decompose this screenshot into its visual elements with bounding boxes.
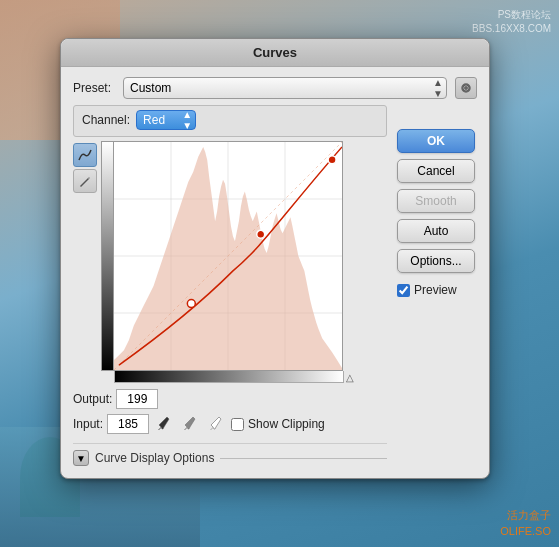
right-panel: OK Cancel Smooth Auto Options... Preview	[397, 105, 477, 470]
black-point-eyedropper-button[interactable]	[153, 413, 175, 435]
watermark-bottom: 活力盒子 OLIFE.SO	[500, 508, 551, 539]
auto-button[interactable]: Auto	[397, 219, 475, 243]
channel-select[interactable]: Red Green Blue RGB	[136, 110, 196, 130]
gray-point-eyedropper-button[interactable]	[179, 413, 201, 435]
eyedropper-gray-icon	[181, 415, 199, 433]
curve-display-label: Curve Display Options	[95, 451, 214, 465]
preset-options-button[interactable]	[455, 77, 477, 99]
channel-label: Channel:	[82, 113, 130, 127]
control-point-selected	[187, 300, 195, 308]
preview-row: Preview	[397, 283, 477, 297]
output-gradient-bar	[101, 141, 113, 371]
output-input[interactable]	[116, 389, 158, 409]
input-input[interactable]	[107, 414, 149, 434]
curves-tools	[73, 141, 97, 383]
svg-point-0	[464, 86, 468, 90]
preset-label: Preset:	[73, 81, 115, 95]
main-content-row: Channel: Red Green Blue RGB ▲▼	[73, 105, 477, 470]
dialog-title: Curves	[253, 45, 297, 60]
preview-checkbox[interactable]	[397, 284, 410, 297]
output-section: Output:	[73, 389, 387, 409]
left-panel: Channel: Red Green Blue RGB ▲▼	[73, 105, 387, 470]
input-label: Input:	[73, 417, 103, 431]
curve-display-row: ▼ Curve Display Options	[73, 443, 387, 470]
curve-display-separator	[220, 458, 387, 459]
triangle-indicator-icon: △	[346, 372, 354, 383]
ok-button-label: OK	[427, 134, 445, 148]
output-label: Output:	[73, 392, 112, 406]
control-point-1	[257, 230, 265, 238]
curve-display-expand-button[interactable]: ▼	[73, 450, 89, 466]
eyedropper-black-icon	[155, 415, 173, 433]
curves-graph[interactable]	[113, 141, 343, 371]
curves-area: △	[73, 141, 387, 383]
eyedropper-white-icon	[207, 415, 225, 433]
pencil-tool-icon	[78, 174, 92, 188]
graph-container: △	[101, 141, 354, 383]
show-clipping-checkbox[interactable]	[231, 418, 244, 431]
dialog-titlebar: Curves	[61, 39, 489, 67]
curve-tool-button[interactable]	[73, 143, 97, 167]
control-point-2	[328, 156, 336, 164]
options-button[interactable]: Options...	[397, 249, 475, 273]
white-point-eyedropper-button[interactable]	[205, 413, 227, 435]
watermark-top: PS数程论坛 BBS.16XX8.COM	[472, 8, 551, 36]
preview-label: Preview	[414, 283, 457, 297]
cancel-button-label: Cancel	[417, 164, 454, 178]
channel-select-wrapper: Red Green Blue RGB ▲▼	[136, 110, 196, 130]
ok-button[interactable]: OK	[397, 129, 475, 153]
show-clipping-label: Show Clipping	[248, 417, 325, 431]
preset-select[interactable]: Custom Default Strong Contrast	[123, 77, 447, 99]
gear-icon	[459, 81, 473, 95]
bottom-bar-row: △	[114, 371, 354, 383]
input-section: Input:	[73, 413, 387, 435]
cancel-button[interactable]: Cancel	[397, 159, 475, 183]
curve-tool-icon	[78, 148, 92, 162]
dialog-body: Preset: Custom Default Strong Contrast ▲…	[61, 67, 489, 478]
curves-dialog: Curves Preset: Custom Default Strong Con…	[60, 38, 490, 479]
preset-select-wrapper: Custom Default Strong Contrast ▲▼	[123, 77, 447, 99]
smooth-button-label: Smooth	[415, 194, 456, 208]
channel-row: Channel: Red Green Blue RGB ▲▼	[80, 110, 380, 130]
options-button-label: Options...	[410, 254, 461, 268]
preset-row: Preset: Custom Default Strong Contrast ▲…	[73, 77, 477, 99]
show-clipping-option[interactable]: Show Clipping	[231, 417, 325, 431]
auto-button-label: Auto	[424, 224, 449, 238]
graph-row	[101, 141, 354, 371]
smooth-button[interactable]: Smooth	[397, 189, 475, 213]
curves-svg	[114, 142, 342, 370]
pencil-tool-button[interactable]	[73, 169, 97, 193]
input-gradient-bar	[114, 371, 344, 383]
